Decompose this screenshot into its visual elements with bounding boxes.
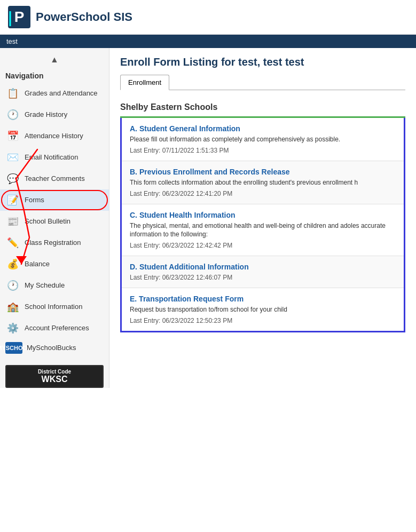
form-item-a: A. Student General Information Please fi… (122, 118, 404, 161)
sidebar-item-balance[interactable]: 💰 Balance (0, 253, 109, 275)
sidebar-item-attendance-history[interactable]: 📅 Attendance History (0, 125, 109, 147)
sidebar-item-class-registration[interactable]: ✏️ Class Registration (0, 232, 109, 253)
school-name: Shelby Eastern Schools (120, 98, 405, 118)
sidebar-item-myschoolbucks[interactable]: MYSCHOOL MySchoolBucks (0, 339, 109, 357)
app-title: PowerSchool SIS (36, 10, 132, 24)
teacher-comments-icon: 💬 (5, 171, 20, 186)
form-desc-c: The physical, mental, and emotional heal… (130, 221, 396, 240)
sidebar-item-forms[interactable]: 📝 Forms (0, 189, 109, 211)
sidebar-item-school-information[interactable]: 🏫 School Information (0, 296, 109, 317)
tabs-bar: Enrollment (120, 75, 405, 90)
form-entry-c: Last Entry: 06/23/2022 12:42:42 PM (130, 242, 396, 249)
form-title-c[interactable]: C. Student Health Information (130, 211, 396, 219)
form-entry-b: Last Entry: 06/23/2022 12:41:20 PM (130, 190, 396, 197)
sidebar-item-grade-history[interactable]: 🕐 Grade History (0, 104, 109, 125)
form-desc-a: Please fill out information as completel… (130, 135, 396, 144)
email-notification-label: Email Notification (25, 153, 78, 162)
sidebar-item-school-bulletin[interactable]: 📰 School Bulletin (0, 211, 109, 232)
forms-list: A. Student General Information Please fi… (120, 118, 405, 332)
sidebar-heading: Navigation (0, 67, 109, 83)
account-preferences-label: Account Preferences (25, 324, 89, 332)
username-label: test (6, 37, 18, 45)
forms-label: Forms (25, 196, 44, 204)
form-item-e: E. Transportation Request Form Request b… (122, 288, 404, 331)
form-item-d: D. Student Additional Information Last E… (122, 256, 404, 288)
forms-icon: 📝 (5, 193, 20, 208)
district-code-value: WKSC (9, 375, 100, 384)
email-icon: ✉️ (5, 150, 20, 165)
grades-attendance-label: Grades and Attendance (25, 89, 98, 98)
sidebar-item-grades-attendance[interactable]: 📋 Grades and Attendance (0, 83, 109, 104)
form-title-d[interactable]: D. Student Additional Information (130, 263, 396, 271)
balance-label: Balance (25, 260, 50, 268)
form-title-b[interactable]: B. Previous Enrollment and Records Relea… (130, 168, 396, 176)
district-code-label: District Code (9, 369, 100, 375)
form-entry-d: Last Entry: 06/23/2022 12:46:07 PM (130, 274, 396, 281)
balance-icon: 💰 (5, 257, 20, 272)
my-schedule-label: My Schedule (25, 281, 65, 290)
tab-enrollment[interactable]: Enrollment (120, 75, 169, 90)
school-bulletin-icon: 📰 (5, 214, 20, 229)
school-information-label: School Information (25, 303, 82, 311)
form-title-a[interactable]: A. Student General Information (130, 124, 396, 133)
logo-area: P PowerSchool SIS (8, 6, 132, 28)
page-title: Enroll Form Listing for test, test test (120, 56, 405, 68)
sidebar: ▲ Navigation 📋 Grades and Attendance 🕐 G… (0, 48, 109, 388)
top-bar: test (0, 35, 416, 48)
form-desc-e: Request bus transportation to/from schoo… (130, 305, 396, 314)
form-entry-e: Last Entry: 06/23/2022 12:50:23 PM (130, 317, 396, 324)
school-bulletin-label: School Bulletin (25, 217, 70, 226)
myschoolbucks-icon: MYSCHOOL (5, 342, 22, 354)
class-registration-icon: ✏️ (5, 235, 20, 250)
attendance-history-icon: 📅 (5, 129, 20, 144)
svg-text:P: P (14, 9, 25, 25)
sidebar-item-account-preferences[interactable]: ⚙️ Account Preferences (0, 317, 109, 339)
district-code-box: District Code WKSC (5, 365, 104, 388)
attendance-history-label: Attendance History (25, 132, 83, 140)
sidebar-item-my-schedule[interactable]: 🕐 My Schedule (0, 275, 109, 296)
powerschool-logo-icon: P (8, 6, 30, 28)
grade-history-label: Grade History (25, 110, 67, 119)
account-preferences-icon: ⚙️ (5, 321, 20, 336)
sidebar-item-email-notification[interactable]: ✉️ Email Notification (0, 147, 109, 168)
my-schedule-icon: 🕐 (5, 278, 20, 293)
form-title-e[interactable]: E. Transportation Request Form (130, 295, 396, 303)
form-desc-b: This form collects information about the… (130, 178, 396, 187)
form-item-c: C. Student Health Information The physic… (122, 204, 404, 257)
class-registration-label: Class Registration (25, 239, 81, 247)
grade-history-icon: 🕐 (5, 107, 20, 122)
teacher-comments-label: Teacher Comments (25, 174, 85, 183)
main-content: Enroll Form Listing for test, test test … (109, 48, 416, 532)
sidebar-item-teacher-comments[interactable]: 💬 Teacher Comments (0, 168, 109, 189)
myschoolbucks-label: MySchoolBucks (27, 344, 76, 352)
grades-icon: 📋 (5, 86, 20, 101)
form-item-b: B. Previous Enrollment and Records Relea… (122, 161, 404, 204)
school-information-icon: 🏫 (5, 299, 20, 314)
scroll-indicator[interactable]: ▲ (0, 52, 109, 67)
app-header: P PowerSchool SIS (0, 0, 416, 35)
form-entry-a: Last Entry: 07/11/2022 1:51:33 PM (130, 147, 396, 154)
